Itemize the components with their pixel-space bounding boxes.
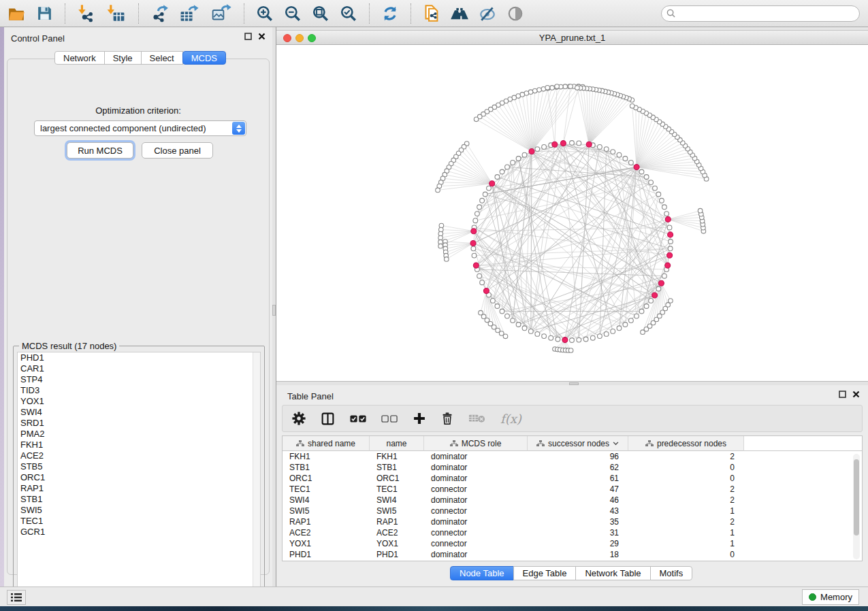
mcds-result-item[interactable]: TID3 [18,385,260,396]
network-graph[interactable] [276,45,868,381]
import-table-icon[interactable] [103,3,129,24]
tab-network[interactable]: Network [54,51,105,65]
graph-node[interactable] [644,175,649,180]
tab-style[interactable]: Style [104,51,142,65]
graph-hub-node[interactable] [562,337,568,343]
graph-node[interactable] [499,331,504,336]
graph-node[interactable] [487,186,492,191]
graph-node[interactable] [492,325,496,330]
graph-node[interactable] [545,86,550,90]
graph-hub-node[interactable] [489,181,495,186]
zoom-selected-icon[interactable] [338,3,359,24]
table-row[interactable]: FKH1FKH1dominator962 [283,451,862,462]
graph-hub-node[interactable] [471,229,477,234]
graph-node[interactable] [598,145,602,150]
table-row[interactable]: TEC1TEC1connector472 [283,484,862,495]
graph-node[interactable] [656,192,661,197]
graph-node[interactable] [634,314,639,318]
graph-node[interactable] [656,286,661,291]
graph-node[interactable] [473,218,478,223]
column-header-predecessor-nodes[interactable]: predecessor nodes [628,436,744,451]
task-history-button[interactable] [7,590,26,605]
tab-select[interactable]: Select [141,51,183,65]
mcds-result-item[interactable]: GCR1 [18,527,260,538]
table-scrollbar[interactable] [853,454,860,559]
zoom-out-icon[interactable] [282,3,304,24]
graph-hub-node[interactable] [470,241,476,246]
graph-node[interactable] [532,88,537,93]
float-window-icon[interactable] [244,33,252,40]
graph-hub-node[interactable] [665,263,671,268]
tab-motifs[interactable]: Motifs [650,566,693,580]
zoom-in-icon[interactable] [254,3,276,24]
graph-node[interactable] [662,274,667,278]
mcds-list-scrollbar[interactable] [253,352,260,593]
graph-hub-node[interactable] [667,252,673,258]
graph-node[interactable] [480,280,485,285]
table-row[interactable]: RAP1RAP1dominator352 [283,516,862,527]
table-row[interactable]: SWI5SWI5connector431 [283,506,862,516]
graph-hub-node[interactable] [658,280,664,286]
graph-node[interactable] [617,152,622,157]
graph-node[interactable] [660,198,664,203]
select-all-icon[interactable] [350,414,366,423]
mcds-result-item[interactable]: ACE2 [18,450,260,461]
graph-node[interactable] [477,274,482,278]
graph-node[interactable] [528,90,533,95]
hide-graphics-details-icon[interactable] [477,3,498,24]
graph-node[interactable] [653,186,658,191]
graph-node[interactable] [667,225,672,230]
graph-node[interactable] [500,309,504,314]
graph-node[interactable] [611,329,615,334]
gear-icon[interactable] [292,412,306,425]
refresh-icon[interactable] [379,3,401,24]
graph-node[interactable] [639,169,644,174]
graph-node[interactable] [471,246,476,251]
splitter-grip[interactable] [272,305,276,316]
open-folder-icon[interactable] [5,3,27,24]
graph-hub-node[interactable] [668,232,673,237]
clone-network-icon[interactable] [421,3,443,24]
mcds-result-item[interactable]: STB5 [18,461,260,472]
graph-node[interactable] [698,208,703,213]
graph-hub-node[interactable] [652,293,658,298]
graph-node[interactable] [503,334,508,339]
mcds-result-item[interactable]: PMA2 [18,429,260,440]
export-table-icon[interactable] [176,3,202,24]
graph-node[interactable] [630,104,634,109]
graph-node[interactable] [649,180,654,185]
graph-node[interactable] [542,334,547,339]
graph-node[interactable] [528,329,533,334]
tab-node-table[interactable]: Node Table [450,566,514,580]
graph-node[interactable] [495,175,500,180]
graph-node[interactable] [474,117,479,122]
save-icon[interactable] [33,3,55,24]
graph-node[interactable] [639,309,644,314]
graph-node[interactable] [488,322,493,327]
graph-node[interactable] [590,335,595,340]
graph-node[interactable] [511,318,515,323]
graph-node[interactable] [480,198,485,203]
graph-node[interactable] [611,150,615,154]
table-row[interactable]: ACE2ACE2connector311 [283,527,862,538]
graph-node[interactable] [481,314,486,319]
graph-node[interactable] [542,145,547,150]
mcds-result-item[interactable]: STP4 [18,374,260,385]
graph-node[interactable] [583,337,588,342]
search-network-icon[interactable] [449,3,470,24]
deselect-all-icon[interactable] [381,414,398,423]
graph-node[interactable] [668,246,673,251]
mcds-result-item[interactable]: YOX1 [18,396,260,407]
column-header-name[interactable]: name [370,436,424,451]
mcds-result-item[interactable]: STB1 [18,494,260,505]
graph-node[interactable] [475,212,480,216]
graph-hub-node[interactable] [586,142,592,147]
table-row[interactable]: ORC1ORC1dominator610 [283,473,862,484]
mcds-result-item[interactable]: PHD1 [18,352,260,363]
table-row[interactable]: STB1STB1dominator620 [283,462,862,473]
mcds-result-item[interactable]: ORC1 [18,472,260,483]
graph-hub-node[interactable] [473,263,479,268]
graph-node[interactable] [563,84,568,89]
graph-node[interactable] [549,335,553,340]
graph-node[interactable] [537,88,542,93]
